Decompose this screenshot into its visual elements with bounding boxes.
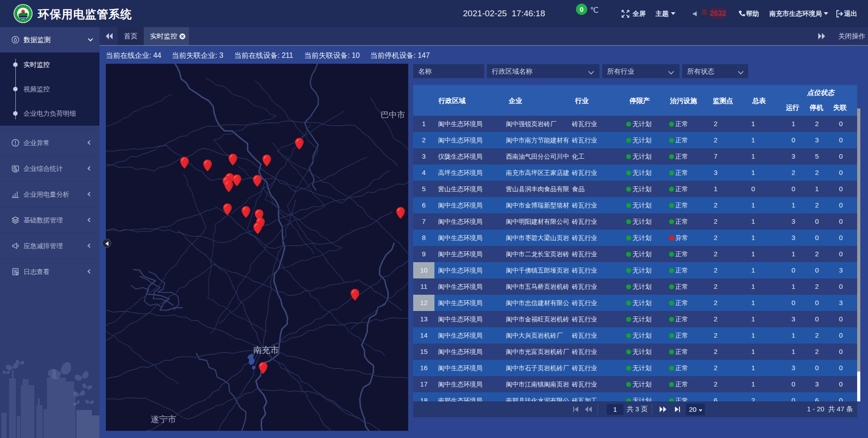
svg-text:巴中市: 巴中市 xyxy=(381,110,405,119)
svg-text:南充市: 南充市 xyxy=(253,345,279,355)
svg-text:遂宁市: 遂宁市 xyxy=(151,414,176,424)
